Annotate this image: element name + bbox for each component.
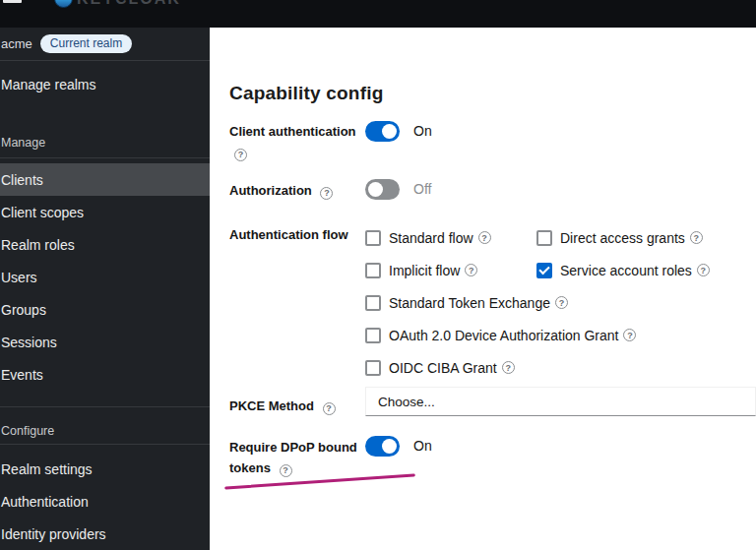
realm-selector[interactable]: acme Current realm (0, 28, 210, 61)
toggle-knob (368, 182, 383, 197)
checkbox[interactable] (365, 328, 381, 343)
pkce-method-label: PKCE Method ? (229, 387, 365, 416)
authentication-flow-row: Authentication flow Standard flow ? Dire… (229, 221, 756, 384)
checkbox-implicit-flow: Implicit flow ? (365, 254, 536, 286)
client-authentication-toggle[interactable] (365, 121, 400, 142)
sidebar-item-manage-realms[interactable]: Manage realms (0, 73, 210, 96)
checkbox[interactable] (365, 295, 381, 311)
nav-section-configure: Configure (0, 406, 210, 438)
authorization-label: Authorization ? (229, 177, 365, 201)
spacer (0, 445, 210, 453)
authentication-flow-label: Authentication flow (229, 221, 365, 245)
checkbox-direct-access-grants: Direct access grants ? (536, 221, 756, 254)
hamburger-menu-icon[interactable] (3, 0, 22, 3)
pkce-method-row: PKCE Method ? Choose... (229, 387, 756, 416)
help-icon[interactable]: ? (697, 264, 710, 276)
checkbox-service-account-roles: Service account roles ? (536, 254, 756, 286)
capability-config-form: Client authentication ? On Authorization (229, 119, 756, 478)
checkbox-standard-flow: Standard flow ? (365, 221, 536, 254)
authorization-toggle[interactable] (365, 179, 400, 200)
help-icon[interactable]: ? (323, 402, 336, 415)
sidebar-item-authentication[interactable]: Authentication (0, 485, 210, 518)
dpop-row: Require DPoP bound tokens ? On (229, 434, 756, 478)
dpop-toggle[interactable] (365, 436, 400, 457)
checkbox-standard-token-exchange: Standard Token Exchange ? (365, 286, 756, 319)
sidebar-item-groups[interactable]: Groups (0, 293, 210, 326)
capability-config-panel: Capability config Client authentication … (210, 28, 756, 550)
sidebar-item-realm-settings[interactable]: Realm settings (0, 453, 210, 485)
sidebar-item-events[interactable]: Events (0, 358, 210, 391)
sidebar-nav: acme Current realm Manage realms Manage … (0, 28, 210, 550)
checkbox[interactable] (536, 230, 552, 246)
keycloak-shield-icon (54, 0, 73, 8)
help-icon[interactable]: ? (465, 264, 477, 276)
sidebar-item-client-scopes[interactable]: Client scopes (0, 196, 210, 228)
checkbox[interactable] (365, 360, 381, 376)
current-realm-badge: Current realm (40, 34, 132, 53)
help-icon[interactable]: ? (280, 464, 292, 477)
sidebar-item-identity-providers[interactable]: Identity providers (0, 518, 210, 550)
toggle-state-label: On (413, 438, 432, 454)
toggle-knob (382, 439, 397, 454)
pkce-method-select[interactable]: Choose... (365, 387, 756, 416)
help-icon[interactable]: ? (502, 361, 515, 374)
checkbox-oidc-ciba-grant: OIDC CIBA Grant ? (365, 351, 756, 384)
authentication-flow-options: Standard flow ? Direct access grants ? I… (365, 221, 756, 384)
masthead: KEYCLOAK (0, 0, 756, 28)
keycloak-admin-console: KEYCLOAK acme Current realm Manage realm… (0, 0, 756, 550)
client-authentication-label: Client authentication ? (229, 119, 365, 162)
toggle-state-label: Off (413, 181, 431, 197)
help-icon[interactable]: ? (478, 231, 491, 244)
checkbox[interactable] (365, 230, 381, 246)
dpop-label: Require DPoP bound tokens ? (229, 434, 365, 478)
toggle-knob (382, 124, 397, 139)
sidebar-item-users[interactable]: Users (0, 261, 210, 293)
checkbox-oauth-device-authorization-grant: OAuth 2.0 Device Authorization Grant ? (365, 319, 756, 351)
toggle-state-label: On (413, 123, 432, 139)
nav-section-manage: Manage (0, 136, 210, 150)
sidebar-item-clients[interactable]: Clients (0, 163, 210, 196)
keycloak-logo-text: KEYCLOAK (77, 0, 181, 8)
checkbox-checked[interactable] (536, 263, 552, 278)
select-placeholder: Choose... (378, 395, 435, 409)
help-icon[interactable]: ? (320, 187, 333, 200)
client-authentication-row: Client authentication ? On (229, 119, 756, 162)
sidebar-item-realm-roles[interactable]: Realm roles (0, 228, 210, 261)
keycloak-logo[interactable]: KEYCLOAK (54, 0, 181, 8)
authorization-row: Authorization ? Off (229, 177, 756, 201)
help-icon[interactable]: ? (690, 231, 703, 244)
checkbox[interactable] (365, 263, 381, 278)
page-title: Capability config (229, 83, 756, 104)
help-icon[interactable]: ? (555, 296, 568, 309)
help-icon[interactable]: ? (623, 329, 636, 341)
help-icon[interactable]: ? (234, 149, 247, 161)
sidebar-item-sessions[interactable]: Sessions (0, 326, 210, 358)
realm-name: acme (1, 36, 32, 51)
